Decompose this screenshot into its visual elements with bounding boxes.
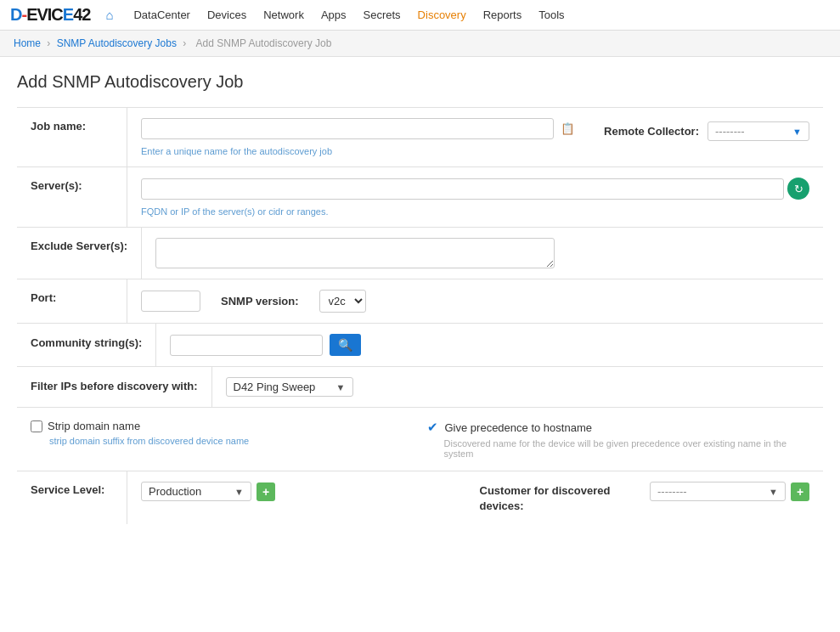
job-name-field-wrapper: 2x daily SNMP discovery job 📋 — [141, 118, 578, 139]
checkboxes-row: Strip domain name strip domain suffix fr… — [17, 408, 823, 471]
filter-chevron-icon: ▼ — [336, 382, 346, 392]
servers-field-wrapper: 10.42.42.1-10.42.42.-255 ↻ — [141, 178, 809, 200]
community-input[interactable]: 12 — [170, 335, 323, 356]
snmp-version-select[interactable]: v1 v2c v3 — [319, 290, 366, 313]
customer-select[interactable]: -------- ▼ — [650, 482, 786, 501]
nav-reports[interactable]: Reports — [475, 0, 531, 31]
customer-label: Customer for discovered devices: — [480, 482, 642, 514]
strip-domain-wrapper: Strip domain name — [31, 420, 414, 432]
nav-tools[interactable]: Tools — [530, 0, 572, 31]
navbar: D-EVICE42 ⌂ DataCenter Devices Network A… — [0, 0, 840, 31]
give-precedence-wrapper: ✔ Give precedence to hostname — [427, 420, 810, 435]
filter-row: Filter IPs before discovery with: D42 Pi… — [17, 367, 823, 408]
nav-devices[interactable]: Devices — [199, 0, 255, 31]
breadcrumb-sep-2: › — [183, 37, 189, 49]
community-search-button[interactable]: 🔍 — [330, 334, 361, 356]
service-level-select[interactable]: Production ▼ — [141, 482, 251, 501]
job-name-copy-icon[interactable]: 📋 — [557, 121, 578, 137]
give-precedence-check-icon: ✔ — [427, 420, 438, 435]
job-name-label: Job name: — [31, 120, 86, 133]
nav-network[interactable]: Network — [255, 0, 313, 31]
port-input[interactable]: 161 — [141, 291, 200, 312]
strip-domain-hint: strip domain suffix from discovered devi… — [49, 436, 414, 446]
breadcrumb-snmp-jobs[interactable]: SNMP Autodiscovery Jobs — [57, 37, 177, 49]
servers-hint: FQDN or IP of the server(s) or cidr or r… — [141, 206, 809, 217]
exclude-servers-input[interactable] — [155, 238, 555, 268]
give-precedence-hint: Discovered name for the device will be g… — [444, 438, 810, 459]
brand-logo[interactable]: D-EVICE42 — [10, 5, 90, 25]
remote-collector-chevron-icon: ▼ — [792, 127, 802, 137]
servers-refresh-button[interactable]: ↻ — [787, 178, 809, 200]
service-level-add-button[interactable]: + — [257, 482, 275, 501]
snmp-version-label: SNMP version: — [221, 295, 299, 308]
nav-datacenter[interactable]: DataCenter — [125, 0, 198, 31]
remote-collector-value: -------- — [715, 125, 792, 138]
job-name-row: Job name: 2x daily SNMP discovery job 📋 … — [17, 108, 823, 167]
home-icon[interactable]: ⌂ — [105, 8, 113, 22]
job-name-hint: Enter a unique name for the autodiscover… — [141, 146, 578, 156]
service-level-row: Service Level: Production ▼ + Customer f… — [17, 471, 823, 524]
servers-row: Server(s): 10.42.42.1-10.42.42.-255 ↻ FQ… — [17, 167, 823, 228]
service-level-label: Service Level: — [31, 483, 104, 496]
breadcrumb-sep-1: › — [47, 37, 53, 49]
strip-domain-label[interactable]: Strip domain name — [48, 420, 140, 432]
port-label: Port: — [31, 291, 56, 304]
nav-apps[interactable]: Apps — [313, 0, 355, 31]
give-precedence-label[interactable]: Give precedence to hostname — [445, 421, 592, 434]
strip-domain-checkbox[interactable] — [31, 420, 42, 432]
filter-label: Filter IPs before discovery with: — [31, 379, 198, 394]
page-title: Add SNMP Autodiscovery Job — [17, 72, 823, 92]
form-container: Job name: 2x daily SNMP discovery job 📋 … — [17, 107, 823, 524]
job-name-input[interactable]: 2x daily SNMP discovery job — [141, 118, 554, 139]
breadcrumb-current: Add SNMP Autodiscovery Job — [196, 37, 332, 49]
servers-label: Server(s): — [31, 179, 82, 192]
exclude-servers-label: Exclude Server(s): — [31, 240, 127, 252]
exclude-servers-row: Exclude Server(s): — [17, 228, 823, 279]
breadcrumb-home[interactable]: Home — [14, 37, 41, 49]
community-row: Community string(s): 12 🔍 — [17, 324, 823, 367]
breadcrumb: Home › SNMP Autodiscovery Jobs › Add SNM… — [0, 31, 840, 57]
community-label: Community string(s): — [31, 336, 142, 351]
nav-discovery[interactable]: Discovery — [409, 0, 475, 31]
service-level-chevron-icon: ▼ — [234, 487, 244, 497]
filter-select[interactable]: D42 Ping Sweep ▼ — [226, 377, 353, 397]
customer-value: -------- — [657, 485, 769, 498]
customer-add-button[interactable]: + — [791, 482, 809, 501]
page-content: Add SNMP Autodiscovery Job Job name: 2x … — [0, 57, 840, 539]
port-snmp-row: Port: 161 SNMP version: v1 v2c v3 — [17, 279, 823, 324]
remote-collector-label: Remote Collector: — [604, 125, 699, 138]
servers-input[interactable]: 10.42.42.1-10.42.42.-255 — [141, 178, 784, 200]
filter-value: D42 Ping Sweep — [234, 381, 336, 393]
customer-chevron-icon: ▼ — [769, 487, 778, 497]
nav-secrets[interactable]: Secrets — [355, 0, 409, 31]
remote-collector-select[interactable]: -------- ▼ — [708, 121, 809, 141]
service-level-value: Production — [149, 485, 234, 498]
